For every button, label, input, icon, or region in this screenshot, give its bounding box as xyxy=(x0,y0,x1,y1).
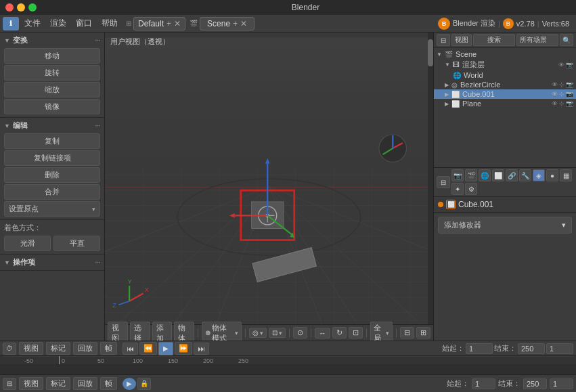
view-btn[interactable]: 视图 xyxy=(19,377,43,390)
bezier-render-icon[interactable]: 📷 xyxy=(566,81,573,88)
viewport-scrollbar-thumb[interactable] xyxy=(428,39,433,66)
plane-eye-icon[interactable]: 👁 xyxy=(552,100,558,107)
timeline-frame-btn[interactable]: 帧 xyxy=(100,342,117,355)
bottom-icon-btn[interactable]: ⊟ xyxy=(3,378,16,390)
bezier-cursor-icon[interactable]: ⊹ xyxy=(559,81,564,88)
join-button[interactable]: 合并 xyxy=(4,184,100,200)
scene-close-icon[interactable]: ✕ xyxy=(240,19,247,28)
bottom-start-input[interactable]: 1 xyxy=(472,378,495,389)
move-button[interactable]: 移动 xyxy=(4,48,100,64)
set-origin-button[interactable]: 设置原点 ▾ xyxy=(4,201,100,217)
maximize-button[interactable] xyxy=(28,3,37,12)
start-frame-input[interactable]: 1 xyxy=(466,343,493,354)
operations-header[interactable]: ▼ 操作项 ··· xyxy=(0,256,104,269)
search-icon-btn[interactable]: 🔍 xyxy=(560,34,573,46)
prev-frame-btn[interactable]: ⏪ xyxy=(139,342,157,355)
frame-btn[interactable]: 帧 xyxy=(100,377,117,390)
viewport[interactable]: 用户视图（透视） xyxy=(105,32,434,341)
outliner-icon-btn[interactable]: ⊟ xyxy=(437,34,450,46)
rotate-button[interactable]: 旋转 xyxy=(4,65,100,81)
cube-render-icon[interactable]: 📷 xyxy=(566,91,573,97)
layout-btn2[interactable]: ⊞ xyxy=(416,327,430,339)
end-frame-input[interactable]: 250 xyxy=(518,343,545,354)
transform-header[interactable]: ▼ 变换 ··· xyxy=(0,34,104,47)
jump-start-btn[interactable]: ⏮ xyxy=(123,343,138,355)
prop-render-icon[interactable]: 📷 xyxy=(451,169,464,181)
timeline-content[interactable]: -50 0 50 100 150 200 250 xyxy=(0,356,576,374)
jump-end-btn[interactable]: ⏭ xyxy=(194,343,209,355)
renderlayer-render-icon[interactable]: 📷 xyxy=(566,62,573,68)
close-button[interactable] xyxy=(5,3,14,12)
bottom-play-btn[interactable]: ▶ xyxy=(123,378,136,390)
menu-render[interactable]: 渲染 xyxy=(46,16,70,30)
pivot-dropdown[interactable]: ◎ ▾ xyxy=(249,328,267,338)
plane-cursor-icon[interactable]: ⊹ xyxy=(559,100,564,107)
prop-object-icon[interactable]: ⬜ xyxy=(492,169,504,181)
play-btn[interactable]: ▶ xyxy=(158,342,173,355)
rotate-icon-button[interactable]: ↻ xyxy=(332,327,347,339)
mirror-button[interactable]: 镜像 xyxy=(4,99,100,114)
menu-help[interactable]: 帮助 xyxy=(97,16,122,30)
tree-item-plane[interactable]: ▶ ⬜ Plane 👁 ⊹ 📷 xyxy=(434,99,576,108)
scale-icon-button[interactable]: ⊡ xyxy=(349,327,363,339)
menu-file[interactable]: 文件 xyxy=(20,16,45,30)
tree-item-world[interactable]: 🌐 World xyxy=(434,70,576,80)
props-icon-btn[interactable]: ⊟ xyxy=(437,176,450,188)
layout-dropdown[interactable]: Default + ✕ xyxy=(133,17,185,30)
prop-material-icon[interactable]: ● xyxy=(546,169,558,181)
vp-view-button[interactable]: 视图 xyxy=(108,322,128,341)
bezier-eye-icon[interactable]: 👁 xyxy=(552,81,558,88)
vp-select-button[interactable]: 选择 xyxy=(130,322,150,341)
tree-item-cube[interactable]: ▶ ⬜ Cube.001 👁 ⊹ 📷 xyxy=(434,89,576,99)
scale-button[interactable]: 缩放 xyxy=(4,82,100,97)
prop-particles-icon[interactable]: ✦ xyxy=(451,183,464,195)
timeline-playback-btn[interactable]: 回放 xyxy=(73,342,97,355)
layout-btn1[interactable]: ⊟ xyxy=(400,327,414,339)
playback-btn[interactable]: 回放 xyxy=(73,377,97,390)
current-frame-input[interactable]: 1 xyxy=(546,343,573,354)
filter-dropdown[interactable]: 所有场景 xyxy=(516,34,558,46)
bottom-end-input[interactable]: 250 xyxy=(523,378,547,389)
timeline-marker-btn[interactable]: 标记 xyxy=(46,342,70,355)
prop-scene-icon[interactable]: 🎬 xyxy=(465,169,477,181)
smooth-button[interactable]: 光滑 xyxy=(4,236,51,251)
duplicate-link-button[interactable]: 复制链接项 xyxy=(4,150,100,166)
prop-world-icon[interactable]: 🌐 xyxy=(479,169,491,181)
prop-modifier-icon[interactable]: 🔧 xyxy=(519,169,531,181)
marker-btn[interactable]: 标记 xyxy=(46,377,70,390)
add-modifier-button[interactable]: 添加修改器 ▾ xyxy=(438,217,572,234)
tree-item-beziercircle[interactable]: ▶ ◎ BezierCircle 👁 ⊹ 📷 xyxy=(434,80,576,89)
tree-item-renderlayer[interactable]: ▼ 🎞 渲染层 👁 📷 xyxy=(434,59,576,70)
cube-cursor-icon[interactable]: ⊹ xyxy=(559,91,564,97)
renderlayer-eye-icon[interactable]: 👁 xyxy=(558,62,564,68)
edit-header[interactable]: ▼ 编辑 ··· xyxy=(0,119,104,132)
global-dropdown[interactable]: 全局 ▾ xyxy=(370,322,393,341)
timeline-icon-btn[interactable]: ⏱ xyxy=(3,343,16,355)
cube-eye-icon[interactable]: 👁 xyxy=(552,91,558,97)
delete-button[interactable]: 删除 xyxy=(4,167,100,183)
layout-close-icon[interactable]: ✕ xyxy=(174,19,181,28)
flat-button[interactable]: 平直 xyxy=(53,236,100,251)
viewport-scrollbar-v[interactable] xyxy=(428,32,433,324)
transform-icon-button[interactable]: ↔ xyxy=(315,328,330,339)
view-button[interactable]: 视图 xyxy=(451,34,472,46)
snap-dropdown[interactable]: ⊡ ▾ xyxy=(269,328,286,338)
prop-data-icon[interactable]: ◈ xyxy=(533,169,545,181)
next-frame-btn[interactable]: ⏩ xyxy=(175,342,192,355)
layout-plus-icon[interactable]: + xyxy=(167,19,171,28)
menu-window[interactable]: 窗口 xyxy=(72,16,96,30)
bottom-current-frame[interactable]: 1 xyxy=(550,378,573,389)
search-button[interactable]: 搜索 xyxy=(473,34,515,46)
scene-plus-icon[interactable]: + xyxy=(233,19,238,28)
minimize-button[interactable] xyxy=(17,3,25,12)
proportional-button[interactable]: ⊙ xyxy=(293,327,307,339)
vp-object-button[interactable]: 物体 xyxy=(174,322,194,341)
scene-dropdown[interactable]: Scene + ✕ xyxy=(200,17,254,30)
prop-texture-icon[interactable]: ▦ xyxy=(560,169,572,181)
plane-render-icon[interactable]: 📷 xyxy=(566,100,573,107)
timeline-view-btn[interactable]: 视图 xyxy=(19,342,43,355)
tree-item-scene[interactable]: ▼ 🎬 Scene xyxy=(434,49,576,59)
mode-dropdown[interactable]: ⊕ 物体模式 ▾ xyxy=(202,322,242,341)
bottom-lock-btn[interactable]: 🔒 xyxy=(137,378,151,390)
vp-add-button[interactable]: 添加 xyxy=(152,322,173,341)
